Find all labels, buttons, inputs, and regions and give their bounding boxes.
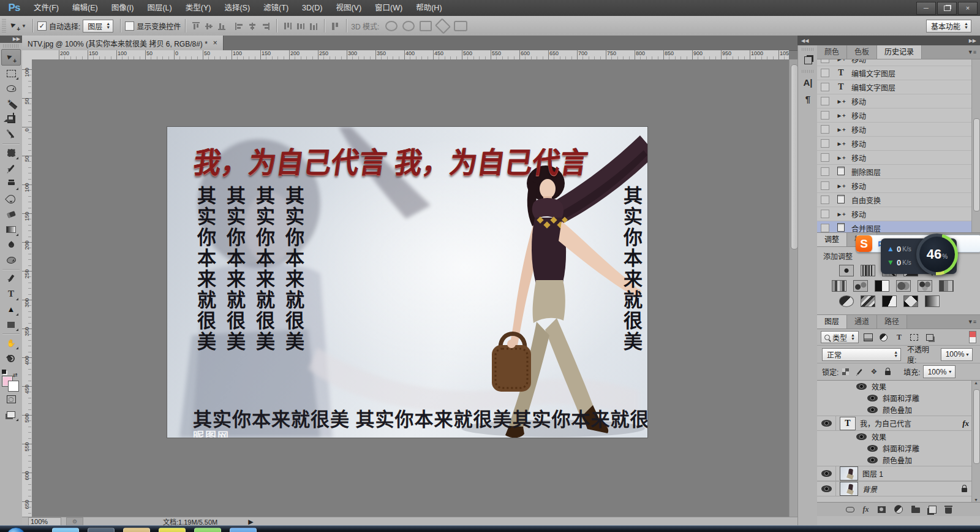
menu-select[interactable]: 选择(S) (217, 0, 257, 16)
properties-panel-icon[interactable] (801, 53, 815, 67)
rectangle-shape-tool[interactable] (2, 317, 20, 332)
align-right-edges-icon[interactable] (261, 22, 270, 30)
3d-pan-icon[interactable] (420, 21, 432, 31)
align-top-edges-icon[interactable] (192, 22, 201, 30)
default-colors-icon[interactable] (2, 370, 6, 374)
close-button[interactable]: × (958, 2, 978, 15)
distribute-bottom-icon[interactable] (309, 22, 318, 30)
fx-badge[interactable]: fx (962, 419, 969, 428)
move-tool[interactable] (1, 49, 21, 66)
color-lookup-icon[interactable] (939, 280, 954, 292)
background-color-swatch[interactable] (8, 381, 19, 392)
filter-shape-layers-icon[interactable] (909, 332, 920, 342)
restore-button[interactable] (937, 2, 957, 15)
distribute-spacing-icon[interactable] (331, 22, 340, 30)
hue-saturation-icon[interactable] (832, 280, 846, 292)
layer-thumbnail[interactable] (840, 466, 858, 481)
menu-help[interactable]: 帮助(H) (409, 0, 448, 16)
status-flyout-icon[interactable]: ▶ (248, 518, 253, 526)
invert-icon[interactable] (839, 295, 854, 307)
menu-view[interactable]: 视图(V) (329, 0, 368, 16)
scroll-up-icon[interactable]: ▲ (972, 381, 980, 385)
workspace-switcher[interactable]: 基本功能 ▲▼ (926, 20, 971, 32)
new-group-button[interactable] (911, 504, 920, 514)
visibility-eye-icon[interactable] (867, 445, 878, 452)
threshold-icon[interactable] (882, 295, 897, 307)
show-transform-checkbox[interactable] (125, 21, 134, 31)
history-item[interactable]: 自由变换 (817, 193, 980, 207)
clone-stamp-tool[interactable] (2, 176, 20, 191)
add-layer-mask-button[interactable] (878, 504, 886, 514)
menu-edit[interactable]: 编辑(E) (66, 0, 105, 16)
lock-pixels-icon[interactable] (855, 368, 864, 376)
history-item-selected[interactable]: 合并图层 (817, 221, 980, 233)
history-source-checkbox[interactable] (821, 139, 829, 148)
layer-effect-item[interactable]: 颜色叠加 (817, 454, 980, 466)
eyedropper-tool[interactable] (2, 127, 20, 142)
filter-adjustment-layers-icon[interactable] (878, 332, 889, 342)
type-tool[interactable]: T (2, 286, 20, 302)
layer-style-button[interactable]: fx (863, 504, 869, 514)
menu-filter[interactable]: 滤镜(T) (257, 0, 295, 16)
vertical-ruler[interactable]: 100 50 0 50 100 150 200 250 300 350 400 … (22, 59, 32, 517)
new-layer-button[interactable] (929, 504, 937, 514)
layers-scrollbar[interactable]: ▲ ▼ (971, 381, 980, 502)
character-panel-icon[interactable]: A| (801, 75, 815, 89)
text-layer-thumbnail[interactable]: T (840, 417, 856, 430)
history-source-checkbox[interactable] (821, 69, 829, 77)
history-item[interactable]: 移动 (817, 207, 980, 221)
tab-channels[interactable]: 通道 (847, 315, 877, 329)
gradient-tool[interactable] (2, 222, 20, 237)
tab-paths[interactable]: 路径 (877, 315, 907, 329)
history-item[interactable]: 移动 (817, 108, 980, 123)
history-item[interactable]: 移动 (817, 123, 980, 137)
history-source-checkbox[interactable] (821, 125, 829, 134)
history-source-checkbox[interactable] (821, 97, 829, 105)
lasso-tool[interactable] (2, 81, 20, 96)
background-layer-row[interactable]: 背景 (817, 481, 980, 496)
layer-effect-item[interactable]: 斜面和浮雕 (817, 392, 980, 404)
history-item[interactable]: 移动 (817, 151, 980, 165)
lock-all-icon[interactable] (883, 368, 892, 376)
tab-adjustments[interactable]: 调整 (817, 233, 847, 246)
layer-name[interactable]: 图层 1 (862, 468, 883, 479)
scrollbar-thumb[interactable] (973, 389, 980, 464)
layer-effect-item[interactable]: 斜面和浮雕 (817, 443, 980, 454)
blend-mode-select[interactable]: 正常 ▲▼ (822, 348, 901, 361)
layer-effect-item[interactable]: 颜色叠加 (817, 404, 980, 416)
visibility-cell[interactable] (817, 416, 836, 430)
brightness-contrast-icon[interactable] (839, 265, 854, 276)
history-item[interactable]: 移动 (817, 94, 980, 108)
horizontal-ruler[interactable]: 200 150 100 50 0 50 100 150 200 250 300 … (32, 50, 789, 60)
expand-panels-icon[interactable]: ▶▶ (969, 38, 976, 44)
black-white-icon[interactable] (875, 280, 889, 292)
quick-selection-tool[interactable] (2, 96, 20, 112)
brush-tool[interactable] (2, 161, 20, 176)
menu-image[interactable]: 图像(I) (105, 0, 141, 16)
history-item[interactable]: 移动 (817, 59, 980, 66)
history-source-checkbox[interactable] (821, 83, 829, 91)
layer-effects-header[interactable]: 效果 (817, 381, 980, 392)
3d-roll-icon[interactable] (402, 21, 415, 31)
visibility-eye-icon[interactable] (856, 433, 867, 440)
hand-tool[interactable]: ✋ (2, 335, 20, 351)
tools-collapse-icon[interactable]: ▶▶ (0, 36, 22, 43)
history-source-checkbox[interactable] (821, 153, 829, 162)
fill-field[interactable]: 100% ▼ (923, 365, 956, 378)
visibility-eye-icon[interactable] (867, 395, 878, 401)
align-bottom-edges-icon[interactable] (217, 22, 227, 30)
preset-dropdown-icon[interactable]: ▼ (21, 23, 26, 29)
history-source-checkbox[interactable] (821, 181, 829, 190)
lock-position-icon[interactable]: ✥ (869, 368, 878, 376)
layer-effects-header[interactable]: 效果 (817, 431, 980, 443)
scrollbar-thumb[interactable] (973, 118, 980, 211)
link-layers-button[interactable] (846, 504, 854, 514)
visibility-cell[interactable] (817, 482, 836, 496)
taskbar-app-icon[interactable] (159, 528, 186, 532)
swap-colors-icon[interactable]: ⇄ (13, 372, 18, 378)
layer-name[interactable]: 我，为自己代言 (860, 418, 911, 428)
poster-image[interactable]: 我，为自己代言 我，为自己代言 其实你本来就很美 其实你本来就很美 其实你本来就… (167, 127, 647, 438)
history-source-checkbox[interactable] (821, 59, 829, 63)
3d-camera-icon[interactable] (454, 21, 467, 31)
tab-layers[interactable]: 图层 (817, 315, 847, 329)
